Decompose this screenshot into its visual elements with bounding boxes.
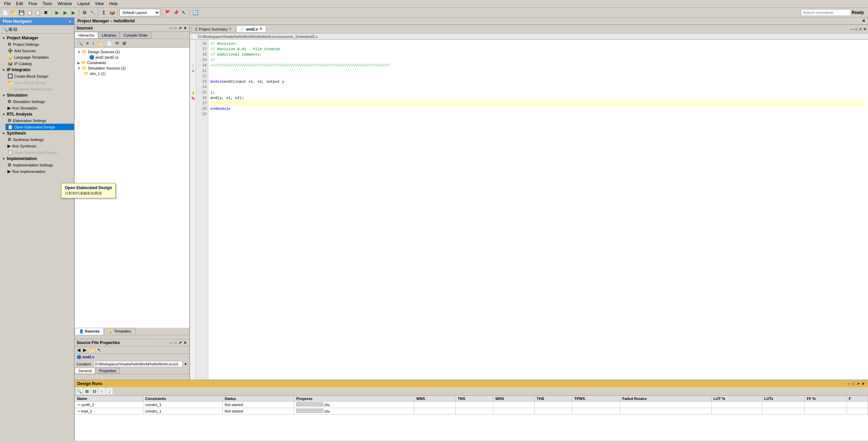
sfp-minimize-btn[interactable]: ─ [169, 341, 173, 345]
dr-btn3[interactable]: ⊟ [91, 388, 98, 395]
hier-tab-hierarchy[interactable]: Hierarchy [75, 32, 98, 39]
save-all-btn[interactable]: 📋 [26, 9, 33, 16]
menu-item-file[interactable]: File [1, 1, 13, 7]
dr-maximize-btn[interactable]: □ [851, 382, 855, 386]
nav-item-add-sources[interactable]: ➕Add Sources [5, 47, 74, 54]
editor-tab-close-project-summary[interactable]: ✕ [229, 27, 232, 31]
run3-btn[interactable]: ▶ [70, 9, 77, 16]
editor-code[interactable]: // Revision:// Revision 0.01 - File Crea… [208, 40, 868, 380]
nav-section-header-rtl-analysis[interactable]: ▼ RTL Analysis [0, 111, 74, 117]
src-filter-icon[interactable]: ≡ [85, 40, 90, 46]
editor-tab-close-and2v[interactable]: ✕ [259, 27, 262, 31]
dr-float-btn[interactable]: ↗ [856, 382, 860, 386]
sfp-folder-btn[interactable]: 📁 [88, 347, 96, 353]
sources-close-btn[interactable]: ✕ [183, 26, 187, 31]
flow-nav-collapse[interactable]: « [69, 19, 71, 24]
editor-max-btn[interactable]: □ [855, 27, 857, 32]
layout-select[interactable]: Default Layout [119, 9, 160, 16]
sfp-tab-properties[interactable]: Properties [95, 368, 120, 374]
editor-close-btn[interactable]: ✕ [863, 27, 867, 32]
nav-section-header-simulation[interactable]: ▼ Simulation [0, 92, 74, 98]
sfp-back-btn[interactable]: ◀ [76, 347, 81, 353]
close-btn[interactable]: ✖ [42, 9, 50, 16]
nav-item-project-settings[interactable]: ⚙Project Settings [5, 41, 74, 47]
nav-item-elab-settings[interactable]: ⚙Elaboration Settings [5, 117, 74, 124]
menu-item-view[interactable]: View [92, 1, 107, 7]
sources-float-btn[interactable]: ↗ [178, 26, 182, 31]
sfp-close-btn[interactable]: ✕ [183, 341, 187, 345]
flag-btn[interactable]: 🚩 [164, 9, 171, 16]
nav-item-language-templates[interactable]: 💡Language Templates [5, 54, 74, 60]
menu-item-window[interactable]: Window [55, 1, 75, 7]
nav-item-impl-settings[interactable]: ⚙Implementation Settings [5, 162, 74, 168]
dr-btn2[interactable]: ⊞ [83, 388, 90, 395]
pkg-btn[interactable]: 📦 [108, 9, 116, 16]
src-refresh-icon[interactable]: ⟳ [114, 40, 120, 46]
src-tab-templates[interactable]: 💡 Templates [104, 328, 135, 335]
editor-tab-and2v[interactable]: 📄and2.v✕ [236, 25, 266, 33]
hier-tab-compile-order[interactable]: Compile Order [120, 32, 152, 39]
src-arrow-icon[interactable]: ↕ [91, 40, 96, 46]
copy-btn[interactable]: 📋 [34, 9, 41, 16]
tree-item[interactable]: ▶📁Constraints [76, 60, 188, 65]
nav-section-header-project-manager[interactable]: ▼ Project Manager [0, 35, 74, 41]
tree-item[interactable]: 📁sim_1 (1) [76, 71, 188, 76]
nav-search-icon[interactable]: 🔍 [2, 26, 8, 32]
nav-item-open-elab[interactable]: 📋Open Elaborated Design [5, 124, 74, 130]
menu-item-layout[interactable]: Layout [75, 1, 92, 7]
nav-item-create-block-design[interactable]: 🔲Create Block Design [5, 73, 74, 79]
hier-tab-libraries[interactable]: Libraries [98, 32, 120, 39]
save-btn[interactable]: 💾 [18, 9, 25, 16]
settings-btn[interactable]: ⚙ [81, 9, 88, 16]
sfp-location-scroll[interactable]: ▼ [184, 362, 187, 366]
nav-collapse-icon[interactable]: ⊟ [13, 26, 17, 32]
nav-item-run-synthesis[interactable]: ▶Run Synthesis [5, 143, 74, 149]
pm-close-btn[interactable]: ✕ [862, 19, 865, 23]
run2-btn[interactable]: ▶ [61, 9, 69, 16]
tree-item[interactable]: 🔵and2 (and2.v) [76, 55, 188, 60]
cursor-btn[interactable]: ↖ [180, 9, 188, 16]
dr-close-btn[interactable]: ✕ [861, 382, 865, 386]
sfp-maximize-btn[interactable]: □ [173, 341, 177, 345]
editor-float-btn[interactable]: ↗ [858, 27, 862, 32]
pin-btn[interactable]: 📌 [172, 9, 180, 16]
src-add-file-icon[interactable]: 📄 [105, 40, 113, 46]
sum-btn[interactable]: Σ [100, 9, 108, 16]
nav-expand-icon[interactable]: ⊞ [8, 26, 13, 32]
tree-item[interactable]: ▼📁Simulation Sources (1) [76, 65, 188, 71]
nav-section-header-synthesis[interactable]: ▼ Synthesis [0, 130, 74, 136]
nav-section-header-ip-integrator[interactable]: ▼ IP Integrator [0, 67, 74, 73]
sfp-cursor-btn[interactable]: ↖ [96, 347, 102, 353]
dr-minimize-btn[interactable]: ─ [847, 382, 851, 386]
refresh-btn[interactable]: 🔄 [191, 9, 199, 16]
menu-item-flow[interactable]: Flow [26, 1, 40, 7]
menu-item-tools[interactable]: Tools [40, 1, 55, 7]
dr-btn1[interactable]: 🔍 [76, 388, 83, 395]
src-tab-sources[interactable]: 👤 Sources [75, 328, 104, 335]
search-input[interactable] [801, 9, 851, 16]
editor-min-btn[interactable]: ─ [850, 27, 853, 32]
src-search-icon[interactable]: 🔍 [76, 40, 84, 46]
dr-btn5[interactable]: ↓ [106, 388, 113, 395]
nav-item-sim-settings[interactable]: ⚙Simulation Settings [5, 98, 74, 105]
nav-item-ip-catalog[interactable]: 📦IP Catalog [5, 60, 74, 67]
nav-item-run-simulation[interactable]: ▶Run Simulation [5, 105, 74, 111]
sources-minimize-btn[interactable]: ─ [169, 26, 173, 31]
src-add-folder-icon[interactable]: 📁 [96, 40, 105, 46]
open-btn[interactable]: 📂 [10, 9, 17, 16]
sfp-tab-general[interactable]: General [75, 368, 95, 374]
sfp-location-input[interactable] [93, 361, 183, 367]
editor-tab-project-summary[interactable]: ΣProject Summary✕ [191, 25, 235, 33]
sources-maximize-btn[interactable]: □ [173, 26, 177, 31]
tools-btn[interactable]: 🔧 [89, 9, 96, 16]
nav-section-header-implementation[interactable]: ▼ Implementation [0, 156, 74, 162]
sfp-float-btn[interactable]: ↗ [178, 341, 182, 345]
dr-btn4[interactable]: ↑ [98, 388, 105, 395]
menu-item-edit[interactable]: Edit [13, 1, 26, 7]
src-prop-icon[interactable]: ⊞ [121, 40, 128, 46]
run-btn[interactable]: ▶ [53, 9, 61, 16]
new-file-btn[interactable]: 📄 [1, 9, 9, 16]
nav-item-run-impl[interactable]: ▶Run Implementation [5, 168, 74, 175]
nav-item-synth-settings[interactable]: ⚙Synthesis Settings [5, 136, 74, 143]
menu-item-help[interactable]: Help [107, 1, 120, 7]
